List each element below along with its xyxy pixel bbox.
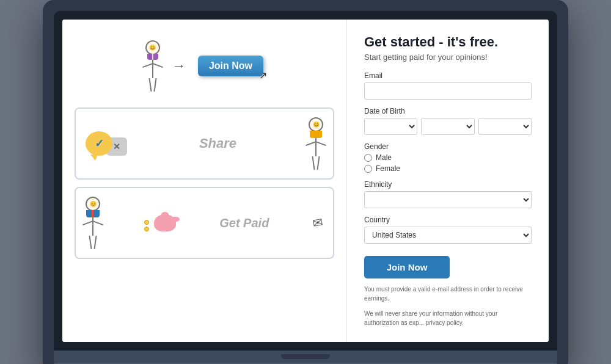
gender-group: Gender Male Female: [364, 142, 532, 173]
piggy-area: [144, 214, 176, 231]
dob-day-select[interactable]: 1231531: [421, 118, 474, 135]
leg-right: [153, 78, 156, 92]
coin-1: [144, 220, 149, 225]
dob-group: Date of Birth JanFebMar AprMayJun JulAug…: [364, 107, 532, 135]
gender-label: Gender: [364, 142, 532, 151]
country-label: Country: [364, 216, 532, 224]
ethnicity-select[interactable]: Hispanic or Latino White Black or Africa…: [364, 191, 532, 208]
arrow-icon: →: [172, 58, 186, 74]
leg-left: [148, 78, 152, 92]
shirt: [147, 54, 158, 60]
gender-male-radio[interactable]: [364, 154, 372, 162]
email-input[interactable]: [364, 82, 532, 100]
gender-female-radio[interactable]: [364, 165, 372, 173]
cursor-icon: ↗: [259, 70, 267, 81]
disclaimer-2: We will never share your information wit…: [364, 309, 532, 327]
ethnicity-group: Ethnicity Hispanic or Latino White Black…: [364, 180, 532, 208]
head: 😊: [145, 40, 160, 55]
yellow-bubble: ✓: [86, 131, 112, 156]
page-title: Get started - it's free.: [364, 34, 532, 50]
share-label: Share: [199, 136, 236, 151]
legs-3: [90, 236, 96, 249]
arm-right: [152, 63, 163, 68]
arm-right-3: [92, 220, 103, 225]
get-paid-label: Get Paid: [219, 216, 269, 230]
join-now-button[interactable]: Join Now: [364, 256, 450, 278]
join-now-illustration-label: Join Now: [198, 56, 263, 76]
body-2: [315, 138, 316, 156]
gender-male-option[interactable]: Male: [364, 153, 532, 162]
screen-bezel: 😊 →: [54, 11, 557, 351]
disclaimer-1: You must provide a valid e-mail address …: [364, 285, 532, 303]
stick-figure-2: 😊: [309, 117, 323, 170]
stick-figure-1: 😊: [145, 40, 160, 92]
dob-year-select[interactable]: 2000199019801970: [478, 118, 532, 135]
laptop-notch: [281, 354, 330, 359]
illustration-share: ✓ ✕ Share 😊: [75, 107, 334, 180]
arm-right-2: [315, 141, 326, 146]
screen: 😊 →: [62, 20, 549, 342]
stamp-icon: ✉: [312, 215, 324, 231]
form-subtitle: Start getting paid for your opinions!: [364, 53, 532, 62]
checkmark-icon: ✓: [95, 137, 104, 150]
dob-row: JanFebMar AprMayJun JulAugSep OctNovDec …: [364, 118, 532, 135]
x-mark-icon: ✕: [113, 142, 120, 151]
left-panel: 😊 →: [62, 20, 347, 342]
dob-month-select[interactable]: JanFebMar AprMayJun JulAugSep OctNovDec: [364, 118, 417, 135]
dob-label: Date of Birth: [364, 107, 532, 115]
illustration-get-paid: 😊: [75, 187, 334, 259]
coin-2: [144, 227, 149, 231]
join-btn-illustration: Join Now ↗: [198, 56, 263, 76]
shirt-2: [310, 131, 322, 138]
leg-right-3: [93, 236, 97, 249]
legs: [150, 78, 156, 92]
stick-figure-3: 😊: [86, 197, 100, 249]
gender-male-label: Male: [376, 153, 392, 162]
shirt-3: [86, 210, 100, 217]
leg-left-2: [312, 156, 315, 170]
leg-left-3: [89, 236, 92, 249]
ethnicity-label: Ethnicity: [364, 180, 532, 189]
right-panel: Get started - it's free. Start getting p…: [347, 20, 549, 342]
email-label: Email: [364, 71, 532, 80]
gender-female-label: Female: [376, 164, 400, 173]
laptop-base: [54, 351, 557, 363]
body-3: [92, 217, 93, 236]
coins: [144, 220, 149, 231]
country-select[interactable]: United States Canada United Kingdom Aust…: [364, 227, 532, 244]
body: [152, 60, 153, 78]
head-3: 😊: [86, 197, 100, 211]
email-group: Email: [364, 71, 532, 100]
illustration-top: 😊 →: [75, 32, 334, 100]
laptop: 😊 →: [43, 0, 568, 364]
country-group: Country United States Canada United King…: [364, 216, 532, 244]
head-2: 😊: [309, 117, 323, 132]
leg-right-2: [316, 156, 320, 170]
piggy-bank-icon: [154, 214, 176, 231]
legs-2: [313, 156, 319, 170]
gender-radio-group: Male Female: [364, 153, 532, 173]
gender-female-option[interactable]: Female: [364, 164, 532, 173]
speech-bubbles: ✓ ✕: [86, 131, 127, 156]
